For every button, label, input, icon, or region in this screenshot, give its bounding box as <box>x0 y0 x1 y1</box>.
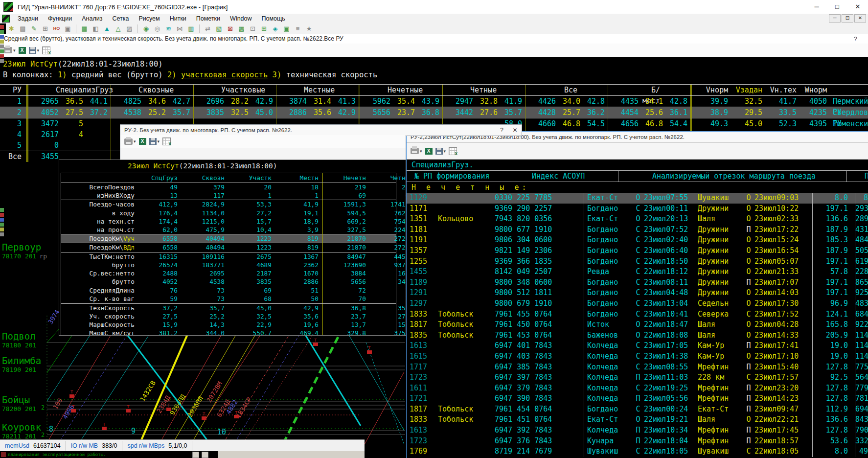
train-row-1769[interactable]: 17698719 214 7679ШувакишС22июл18:05Шувак… <box>407 446 868 457</box>
toolbar-icon-11[interactable]: ▨ <box>124 24 135 33</box>
excel-export-button[interactable]: X <box>19 47 26 54</box>
summary-row-ru-1[interactable]: 1296536.544.1482534.642.7269628.242.9387… <box>0 96 868 107</box>
train-row-1171[interactable]: 11719369 290 2257БогданоС23июл00:11Дружи… <box>407 204 868 214</box>
minimized-window-icon[interactable] <box>192 452 199 458</box>
help-icon[interactable]: ? <box>854 35 857 43</box>
dock-icon-3[interactable] <box>0 40 4 44</box>
toolbar-icon-13[interactable]: ◉ <box>141 24 151 33</box>
right-table-export-button[interactable] <box>449 147 457 155</box>
toolbar-icon-22[interactable]: ▩ <box>236 24 247 33</box>
dock-icon-0[interactable] <box>0 25 4 29</box>
right-popup-window[interactable]: РУ-2,23июл ИстСут(22июл18:01-23июл18:00)… <box>406 131 868 458</box>
minimized-window-icon-2[interactable] <box>202 452 208 458</box>
train-row-1721[interactable]: 17216947 390 7843КолчедаП23июл05:56Мрефт… <box>407 393 868 404</box>
right-excel-export-button[interactable]: X <box>425 148 433 155</box>
toolbar-icon-19[interactable]: ⇄ <box>203 24 213 33</box>
toolbar-icon-16[interactable]: ⋈ <box>175 24 185 33</box>
print-dropdown-icon[interactable]: ▾ <box>420 149 422 154</box>
train-row-1611[interactable]: 16116947 379 7843КолчедаС22июл19:25Мрефт… <box>407 383 868 394</box>
indicator-row[interactable]: брутто405245383835288656563442 <box>61 277 396 286</box>
train-row-1723[interactable]: 17236947 397 7843КолчедаП23июл11:03228 к… <box>407 372 868 383</box>
child-restore-button[interactable]: ⊡ <box>842 14 853 23</box>
dock-icon-1[interactable] <box>0 30 4 34</box>
table-export-button[interactable] <box>42 46 50 54</box>
print-dropdown-icon[interactable]: ▾ <box>134 139 136 144</box>
train-row-1181[interactable]: 11819800 677 1910БогданоС23июл07:52Дружи… <box>407 225 868 235</box>
train-row-1835[interactable]: 1835Тобольск7961 453 0764БаженовО22июл18… <box>407 330 868 341</box>
left-print-button[interactable]: ▾ <box>124 138 136 145</box>
toolbar-icon-3[interactable]: ⊞ <box>40 24 50 33</box>
train-row-1191[interactable]: 11919806 304 0600БогданоС23июл02:40Дружи… <box>407 235 868 246</box>
train-row-1817[interactable]: 1817Тобольск7961 454 0764БогданоС23июл00… <box>407 404 868 415</box>
train-row-1255[interactable]: 12559369 366 1835БогданоС22июл18:50Дружи… <box>407 256 868 267</box>
toolbar-icon-7[interactable]: ▦ <box>79 24 90 33</box>
left-popup-close-button[interactable]: ✕ <box>508 125 522 135</box>
close-button[interactable]: ✕ <box>847 0 868 14</box>
toolbar-icon-21[interactable]: ⊠ <box>225 24 235 33</box>
print-dropdown-icon[interactable]: ▾ <box>13 48 16 53</box>
indicator-row[interactable]: ТехнСкорость37,235,745,042,936,835,7 <box>61 303 396 312</box>
menu-item-задачи[interactable]: Задачи <box>13 15 43 22</box>
toolbar-icon-1[interactable]: ▤ <box>18 24 28 33</box>
train-row-1817[interactable]: 1817Тобольск7961 450 0764ИстокО22июл18:4… <box>407 320 868 330</box>
menu-item-рисуем[interactable]: Рисуем <box>134 15 164 22</box>
toolbar-icon-5[interactable]: ▣ <box>63 24 73 33</box>
right-save-button[interactable]: ▾ <box>435 148 446 155</box>
indicator-row[interactable]: Уч. скорость27,525,232,535,623,727,6 <box>61 312 396 321</box>
indicator-row[interactable]: СредняяДлина767369517274 <box>61 286 396 295</box>
child-minimize-button[interactable]: ─ <box>829 14 841 23</box>
indicator-row[interactable]: на техн.ст174,41215,015,718,9669,2754,8 <box>61 217 396 226</box>
indicator-row[interactable]: изНихВХоду13117116963 <box>61 191 396 200</box>
indicator-row[interactable]: Поездо-часов412,92824,953,341,91591,3174… <box>61 200 396 208</box>
save-button[interactable]: ▾ <box>29 47 40 54</box>
train-row-1189[interactable]: 11899800 348 0600БогданоС23июл08:11Дружи… <box>407 277 868 288</box>
toolbar-icon-9[interactable]: ▲ <box>102 24 112 33</box>
toolbar-icon-28[interactable]: ★ <box>304 24 314 33</box>
left-table-export-button[interactable] <box>162 137 171 145</box>
child-close-button[interactable]: ✕ <box>854 14 866 23</box>
train-row-1615[interactable]: 16156947 403 7843КолчедаС23июл14:38Кам-У… <box>407 351 868 362</box>
menu-item-помощь[interactable]: Помощь <box>257 15 290 22</box>
toolbar-icon-10[interactable]: △ <box>113 24 123 33</box>
train-row-1455[interactable]: 14558142 049 2507РевдаС22июл18:12Дружини… <box>407 267 868 277</box>
save-dropdown-icon[interactable]: ▾ <box>444 149 446 154</box>
save-dropdown-icon[interactable]: ▾ <box>158 139 160 144</box>
train-row-1357[interactable]: 13579821 149 2306БогданоС23июл06:40Дружи… <box>407 246 868 256</box>
left-popup-help-button[interactable]: ? <box>495 125 508 135</box>
indicator-row[interactable]: МаршС км/сут381,2344,0550,7469,4329,8375… <box>61 329 396 336</box>
toolbar-icon-15[interactable]: ≋ <box>163 24 174 33</box>
toolbar-icon-26[interactable]: ▣ <box>281 24 292 33</box>
maximize-button[interactable]: □ <box>827 0 847 14</box>
indicator-row[interactable]: ВсегоПоездов493792018219247 <box>61 183 396 191</box>
dock-icon-7[interactable] <box>0 59 4 63</box>
toolbar-icon-24[interactable]: ⊞ <box>259 24 269 33</box>
menu-item-window[interactable]: Window <box>225 15 256 22</box>
indicator-row[interactable]: МаршСкорость15,914,322,919,613,715,6 <box>61 321 396 329</box>
indicator-row[interactable]: в ходу176,41134,027,219,1594,5762,2 <box>61 209 396 217</box>
dock-icon-5[interactable] <box>0 49 4 53</box>
toolbar-icon-17[interactable]: ▥ <box>186 24 196 33</box>
indicator-row[interactable]: ПоездоКм\Vуч65584049412238192187027223 <box>61 234 396 243</box>
train-row-1613[interactable]: 16136947 392 7843КолчедаП23июл10:34Мрефт… <box>407 425 868 436</box>
left-excel-export-button[interactable]: X <box>139 138 146 145</box>
indicator-row[interactable]: Ср. к-во ваг597368507072 <box>61 295 396 303</box>
summary-row-ru-2[interactable]: 2405227.537.2453825.235.7383532.545.0288… <box>0 107 868 118</box>
train-row-1351[interactable]: 1351Кольцово7943 820 0356Екат-СтО22июл20… <box>407 214 868 225</box>
train-row-1833[interactable]: 1833Тобольск7961 451 0764Екат-СтО22июл19… <box>407 414 868 425</box>
indicator-row[interactable]: ТысТКм:нетто1631510911626751367849474452… <box>61 252 396 261</box>
left-save-button[interactable]: ▾ <box>149 138 160 145</box>
indicator-row[interactable]: ПоездоКм\ВДл65584049412238192187027223 <box>61 243 396 252</box>
menu-item-пометки[interactable]: Пометки <box>191 15 225 22</box>
menu-item-нитки[interactable]: Нитки <box>165 15 191 22</box>
menu-item-сетка[interactable]: Сетка <box>107 15 134 22</box>
train-row-1833[interactable]: 1833Тобольск7961 455 0764БогданоС23июл10… <box>407 309 868 320</box>
indicator-row[interactable]: Ср.вес:нетто248826952187167038841636 <box>61 269 396 277</box>
train-row-1717[interactable]: 17176947 385 7843КолчедаС23июл08:55Мрефт… <box>407 362 868 373</box>
toolbar-icon-14[interactable]: ◎ <box>152 24 162 33</box>
dock-icon-4[interactable] <box>0 45 4 48</box>
train-row-1613[interactable]: 16136947 401 7843КолчедаС23июл17:05Кам-У… <box>407 341 868 351</box>
print-button[interactable]: ▾ <box>4 47 16 53</box>
toolbar-icon-27[interactable]: ≡ <box>293 24 303 33</box>
train-row-1297[interactable]: 12979800 679 1910БогданоС23июл13:04Седел… <box>407 298 868 309</box>
train-row-1291[interactable]: 12919800 512 1811БогданоС23июл04:48Дружи… <box>407 288 868 298</box>
